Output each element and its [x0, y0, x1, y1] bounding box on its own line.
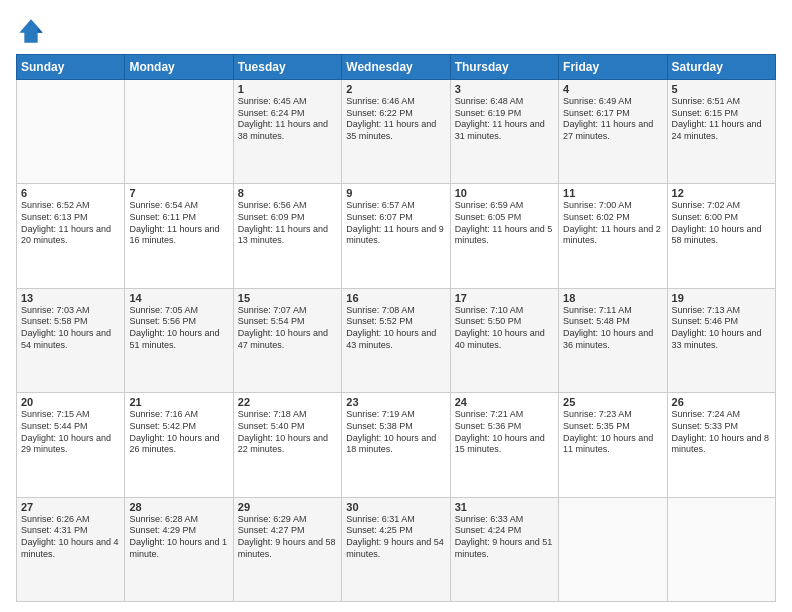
day-info: Sunrise: 7:10 AM Sunset: 5:50 PM Dayligh… [455, 305, 554, 352]
day-info: Sunrise: 6:45 AM Sunset: 6:24 PM Dayligh… [238, 96, 337, 143]
day-number: 15 [238, 292, 337, 304]
day-number: 29 [238, 501, 337, 513]
day-number: 6 [21, 187, 120, 199]
table-row: 29Sunrise: 6:29 AM Sunset: 4:27 PM Dayli… [233, 497, 341, 601]
calendar-week-row: 20Sunrise: 7:15 AM Sunset: 5:44 PM Dayli… [17, 393, 776, 497]
table-row: 11Sunrise: 7:00 AM Sunset: 6:02 PM Dayli… [559, 184, 667, 288]
day-info: Sunrise: 7:15 AM Sunset: 5:44 PM Dayligh… [21, 409, 120, 456]
day-info: Sunrise: 7:05 AM Sunset: 5:56 PM Dayligh… [129, 305, 228, 352]
day-number: 17 [455, 292, 554, 304]
day-info: Sunrise: 6:31 AM Sunset: 4:25 PM Dayligh… [346, 514, 445, 561]
day-info: Sunrise: 6:46 AM Sunset: 6:22 PM Dayligh… [346, 96, 445, 143]
day-number: 12 [672, 187, 771, 199]
table-row: 2Sunrise: 6:46 AM Sunset: 6:22 PM Daylig… [342, 80, 450, 184]
table-row [17, 80, 125, 184]
logo [16, 16, 50, 46]
day-number: 24 [455, 396, 554, 408]
day-info: Sunrise: 7:03 AM Sunset: 5:58 PM Dayligh… [21, 305, 120, 352]
day-info: Sunrise: 7:24 AM Sunset: 5:33 PM Dayligh… [672, 409, 771, 456]
table-row: 20Sunrise: 7:15 AM Sunset: 5:44 PM Dayli… [17, 393, 125, 497]
day-number: 2 [346, 83, 445, 95]
day-number: 27 [21, 501, 120, 513]
day-number: 11 [563, 187, 662, 199]
day-number: 28 [129, 501, 228, 513]
table-row: 22Sunrise: 7:18 AM Sunset: 5:40 PM Dayli… [233, 393, 341, 497]
table-row: 16Sunrise: 7:08 AM Sunset: 5:52 PM Dayli… [342, 288, 450, 392]
table-row: 15Sunrise: 7:07 AM Sunset: 5:54 PM Dayli… [233, 288, 341, 392]
table-row: 12Sunrise: 7:02 AM Sunset: 6:00 PM Dayli… [667, 184, 775, 288]
day-info: Sunrise: 7:11 AM Sunset: 5:48 PM Dayligh… [563, 305, 662, 352]
table-row: 31Sunrise: 6:33 AM Sunset: 4:24 PM Dayli… [450, 497, 558, 601]
table-row: 23Sunrise: 7:19 AM Sunset: 5:38 PM Dayli… [342, 393, 450, 497]
day-info: Sunrise: 6:54 AM Sunset: 6:11 PM Dayligh… [129, 200, 228, 247]
table-row: 1Sunrise: 6:45 AM Sunset: 6:24 PM Daylig… [233, 80, 341, 184]
col-saturday: Saturday [667, 55, 775, 80]
table-row: 18Sunrise: 7:11 AM Sunset: 5:48 PM Dayli… [559, 288, 667, 392]
calendar-week-row: 1Sunrise: 6:45 AM Sunset: 6:24 PM Daylig… [17, 80, 776, 184]
table-row: 26Sunrise: 7:24 AM Sunset: 5:33 PM Dayli… [667, 393, 775, 497]
table-row: 24Sunrise: 7:21 AM Sunset: 5:36 PM Dayli… [450, 393, 558, 497]
table-row: 25Sunrise: 7:23 AM Sunset: 5:35 PM Dayli… [559, 393, 667, 497]
table-row: 21Sunrise: 7:16 AM Sunset: 5:42 PM Dayli… [125, 393, 233, 497]
col-thursday: Thursday [450, 55, 558, 80]
table-row: 17Sunrise: 7:10 AM Sunset: 5:50 PM Dayli… [450, 288, 558, 392]
calendar: Sunday Monday Tuesday Wednesday Thursday… [16, 54, 776, 602]
day-info: Sunrise: 6:29 AM Sunset: 4:27 PM Dayligh… [238, 514, 337, 561]
day-info: Sunrise: 6:59 AM Sunset: 6:05 PM Dayligh… [455, 200, 554, 247]
col-monday: Monday [125, 55, 233, 80]
day-info: Sunrise: 6:26 AM Sunset: 4:31 PM Dayligh… [21, 514, 120, 561]
day-info: Sunrise: 7:00 AM Sunset: 6:02 PM Dayligh… [563, 200, 662, 247]
day-info: Sunrise: 6:28 AM Sunset: 4:29 PM Dayligh… [129, 514, 228, 561]
day-number: 19 [672, 292, 771, 304]
table-row: 8Sunrise: 6:56 AM Sunset: 6:09 PM Daylig… [233, 184, 341, 288]
day-number: 9 [346, 187, 445, 199]
day-info: Sunrise: 7:18 AM Sunset: 5:40 PM Dayligh… [238, 409, 337, 456]
day-number: 5 [672, 83, 771, 95]
table-row: 27Sunrise: 6:26 AM Sunset: 4:31 PM Dayli… [17, 497, 125, 601]
calendar-week-row: 27Sunrise: 6:26 AM Sunset: 4:31 PM Dayli… [17, 497, 776, 601]
day-info: Sunrise: 7:23 AM Sunset: 5:35 PM Dayligh… [563, 409, 662, 456]
table-row: 6Sunrise: 6:52 AM Sunset: 6:13 PM Daylig… [17, 184, 125, 288]
day-info: Sunrise: 7:16 AM Sunset: 5:42 PM Dayligh… [129, 409, 228, 456]
col-tuesday: Tuesday [233, 55, 341, 80]
table-row: 28Sunrise: 6:28 AM Sunset: 4:29 PM Dayli… [125, 497, 233, 601]
day-number: 21 [129, 396, 228, 408]
table-row: 30Sunrise: 6:31 AM Sunset: 4:25 PM Dayli… [342, 497, 450, 601]
day-number: 8 [238, 187, 337, 199]
table-row: 13Sunrise: 7:03 AM Sunset: 5:58 PM Dayli… [17, 288, 125, 392]
day-info: Sunrise: 7:19 AM Sunset: 5:38 PM Dayligh… [346, 409, 445, 456]
day-number: 13 [21, 292, 120, 304]
day-number: 23 [346, 396, 445, 408]
day-info: Sunrise: 6:51 AM Sunset: 6:15 PM Dayligh… [672, 96, 771, 143]
table-row: 10Sunrise: 6:59 AM Sunset: 6:05 PM Dayli… [450, 184, 558, 288]
day-number: 16 [346, 292, 445, 304]
table-row: 19Sunrise: 7:13 AM Sunset: 5:46 PM Dayli… [667, 288, 775, 392]
table-row: 9Sunrise: 6:57 AM Sunset: 6:07 PM Daylig… [342, 184, 450, 288]
table-row [559, 497, 667, 601]
table-row: 14Sunrise: 7:05 AM Sunset: 5:56 PM Dayli… [125, 288, 233, 392]
day-number: 20 [21, 396, 120, 408]
day-number: 4 [563, 83, 662, 95]
day-info: Sunrise: 6:57 AM Sunset: 6:07 PM Dayligh… [346, 200, 445, 247]
calendar-week-row: 6Sunrise: 6:52 AM Sunset: 6:13 PM Daylig… [17, 184, 776, 288]
day-number: 22 [238, 396, 337, 408]
day-info: Sunrise: 7:21 AM Sunset: 5:36 PM Dayligh… [455, 409, 554, 456]
col-wednesday: Wednesday [342, 55, 450, 80]
page-header [16, 16, 776, 46]
table-row: 7Sunrise: 6:54 AM Sunset: 6:11 PM Daylig… [125, 184, 233, 288]
day-number: 7 [129, 187, 228, 199]
day-info: Sunrise: 6:56 AM Sunset: 6:09 PM Dayligh… [238, 200, 337, 247]
day-number: 31 [455, 501, 554, 513]
table-row: 4Sunrise: 6:49 AM Sunset: 6:17 PM Daylig… [559, 80, 667, 184]
table-row: 3Sunrise: 6:48 AM Sunset: 6:19 PM Daylig… [450, 80, 558, 184]
calendar-header-row: Sunday Monday Tuesday Wednesday Thursday… [17, 55, 776, 80]
day-info: Sunrise: 6:33 AM Sunset: 4:24 PM Dayligh… [455, 514, 554, 561]
day-info: Sunrise: 6:49 AM Sunset: 6:17 PM Dayligh… [563, 96, 662, 143]
day-info: Sunrise: 6:48 AM Sunset: 6:19 PM Dayligh… [455, 96, 554, 143]
day-info: Sunrise: 7:13 AM Sunset: 5:46 PM Dayligh… [672, 305, 771, 352]
day-number: 10 [455, 187, 554, 199]
table-row [125, 80, 233, 184]
table-row: 5Sunrise: 6:51 AM Sunset: 6:15 PM Daylig… [667, 80, 775, 184]
day-number: 1 [238, 83, 337, 95]
day-number: 26 [672, 396, 771, 408]
